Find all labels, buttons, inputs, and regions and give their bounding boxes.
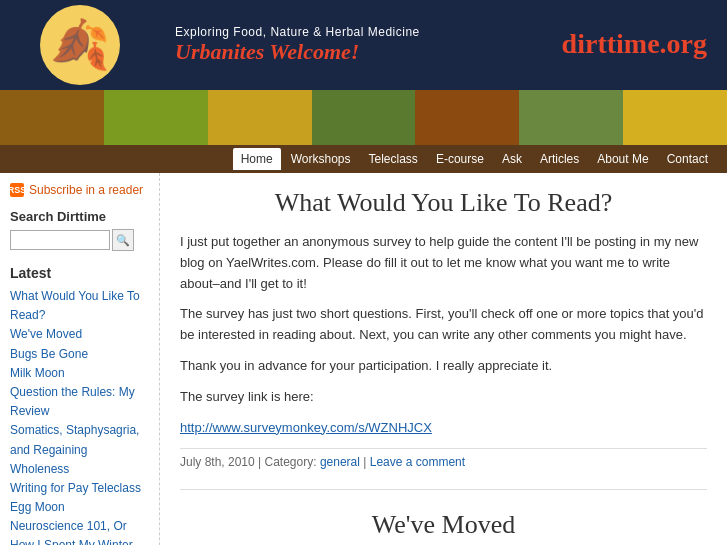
nav-contact[interactable]: Contact (659, 148, 716, 170)
sidebar-link-7[interactable]: Egg Moon (10, 498, 149, 517)
leaf-circle: 🍂 (40, 5, 120, 85)
rss-label: Subscribe in a reader (29, 183, 143, 197)
rss-subscribe-link[interactable]: RSS Subscribe in a reader (10, 183, 149, 197)
header-text-area: Exploring Food, Nature & Herbal Medicine… (160, 0, 727, 90)
article-1-body: I just put together an anonymous survey … (180, 232, 707, 438)
article-1-meta: July 8th, 2010 | Category: general | Lea… (180, 448, 707, 469)
article-1-comment[interactable]: Leave a comment (370, 455, 465, 469)
sidebar-link-8[interactable]: Neuroscience 101, Or How I Spent My Wint… (10, 517, 149, 545)
content-wrapper: RSS Subscribe in a reader Search Dirttim… (0, 173, 727, 545)
sidebar-link-2[interactable]: Bugs Be Gone (10, 345, 149, 364)
nav-aboutme[interactable]: About Me (589, 148, 656, 170)
nav-home[interactable]: Home (233, 148, 281, 170)
sidebar-links: What Would You Like To Read? We've Moved… (10, 287, 149, 545)
sidebar-link-4[interactable]: Question the Rules: My Review (10, 383, 149, 421)
article-divider (180, 489, 707, 490)
sidebar-link-6[interactable]: Writing for Pay Teleclass (10, 479, 149, 498)
nav-ecourse[interactable]: E-course (428, 148, 492, 170)
survey-url[interactable]: http://www.surveymonkey.com/s/WZNHJCX (180, 420, 432, 435)
nav-teleclass[interactable]: Teleclass (361, 148, 426, 170)
sidebar: RSS Subscribe in a reader Search Dirttim… (0, 173, 160, 545)
article-1-title: What Would You Like To Read? (180, 188, 707, 218)
search-button[interactable]: 🔍 (112, 229, 134, 251)
article-2: We've Moved After many years of maintain… (180, 510, 707, 545)
article-1-p1: The survey has just two short questions.… (180, 304, 707, 346)
article-1-p3: The survey link is here: (180, 387, 707, 408)
article-1-category[interactable]: general (320, 455, 360, 469)
search-icon: 🔍 (116, 234, 130, 247)
nav-ask[interactable]: Ask (494, 148, 530, 170)
leaf-icon: 🍂 (50, 17, 110, 73)
sidebar-link-1[interactable]: We've Moved (10, 325, 149, 344)
latest-label: Latest (10, 265, 149, 281)
main-nav: Home Workshops Teleclass E-course Ask Ar… (0, 145, 727, 173)
sidebar-link-0[interactable]: What Would You Like To Read? (10, 287, 149, 325)
article-1-p2: Thank you in advance for your participat… (180, 356, 707, 377)
dirttime-title: dirttime.org (562, 28, 707, 60)
article-1-date: July 8th, 2010 | Category: (180, 455, 320, 469)
main-content: What Would You Like To Read? I just put … (160, 173, 727, 545)
site-header: 🍂 Exploring Food, Nature & Herbal Medici… (0, 0, 727, 90)
nav-workshops[interactable]: Workshops (283, 148, 359, 170)
search-label: Search Dirttime (10, 209, 149, 224)
article-1-p0: I just put together an anonymous survey … (180, 232, 707, 294)
search-box: 🔍 (10, 229, 149, 251)
search-input[interactable] (10, 230, 110, 250)
article-1: What Would You Like To Read? I just put … (180, 188, 707, 469)
nav-articles[interactable]: Articles (532, 148, 587, 170)
sidebar-link-5[interactable]: Somatics, Staphysagria, and Regaining Wh… (10, 421, 149, 479)
rss-icon: RSS (10, 183, 24, 197)
sidebar-link-3[interactable]: Milk Moon (10, 364, 149, 383)
article-2-title: We've Moved (180, 510, 707, 540)
article-1-survey-link[interactable]: http://www.surveymonkey.com/s/WZNHJCX (180, 418, 707, 439)
photo-strip (0, 90, 727, 145)
site-logo: 🍂 (0, 0, 160, 90)
